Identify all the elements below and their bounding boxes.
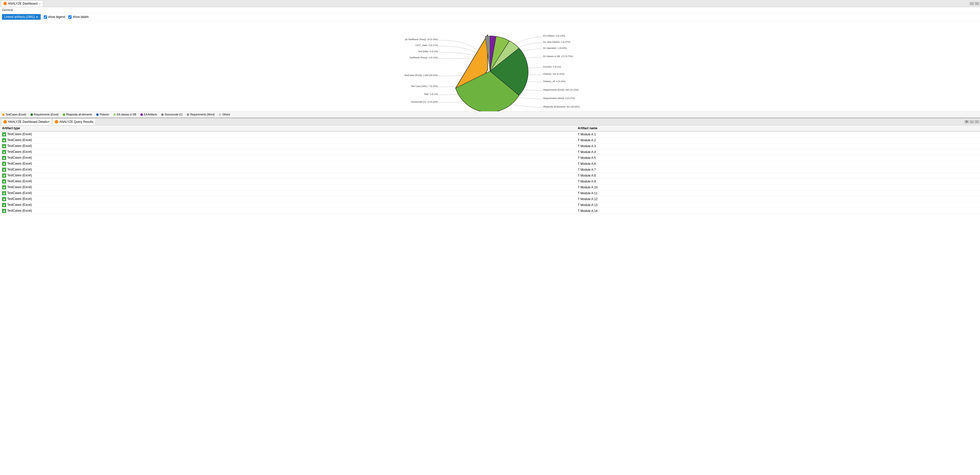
toolbar: Linked artifacts (2991) ▼ show legend sh…	[0, 13, 980, 21]
cell-artifact-type: ■TestCases (Excel)	[0, 185, 576, 190]
show-legend-checkbox[interactable]	[44, 15, 47, 19]
table-header-row: Artifact type Artifact name	[0, 125, 980, 131]
artifact-type-icon: ■	[2, 185, 6, 190]
table-row[interactable]: ■TestCases (Excel)T Module A:7	[0, 167, 980, 173]
pie-chart-svg: zip-TestResult (Tessy): 10 (0.33%) YSCT_…	[390, 21, 590, 111]
tab-label: ANALYZE Dashboard	[8, 2, 38, 5]
bottom-copy-button[interactable]: ⧉	[965, 120, 969, 123]
table-row[interactable]: ■TestCases (Excel)T Module A:3	[0, 143, 980, 149]
bottom-panel: ANALYZE Dashboard Details × ANALYZE Quer…	[0, 118, 980, 475]
show-labels-label: show labels	[73, 15, 89, 19]
bottom-minimize-button[interactable]: —	[970, 120, 974, 123]
legend-label-3: Polarion	[100, 113, 109, 116]
right-label-2: EA Operation: 1 (0.03%)	[543, 46, 567, 49]
artifact-table-container: Artifact type Artifact name ■TestCases (…	[0, 125, 980, 475]
legend-item-0: TestCases (Excel)	[2, 113, 26, 116]
legend-dot-8	[219, 113, 221, 116]
cell-artifact-type: ■TestCases (Excel)	[0, 167, 576, 173]
legend-label-4: EA classes in DB	[117, 113, 136, 116]
cell-artifact-type: ■TestCases (Excel)	[0, 190, 576, 196]
legend-item-8: Others	[219, 113, 230, 116]
cell-artifact-name: T Module A:4	[576, 149, 980, 155]
legend-label-5: EA Artifacts	[144, 113, 157, 116]
show-legend-checkbox-group[interactable]: show legend	[44, 15, 65, 19]
tab-analyze-dashboard-details[interactable]: ANALYZE Dashboard Details ×	[1, 119, 52, 125]
legend-dot-1	[30, 113, 33, 116]
cell-artifact-type: ■TestCases (Excel)	[0, 143, 576, 149]
cell-artifact-type: ■TestCases (Excel)	[0, 149, 576, 155]
legend-dot-6	[161, 113, 164, 116]
cell-artifact-name: T Module A:12	[576, 196, 980, 202]
artifact-type-icon: ■	[2, 197, 6, 201]
general-label: General	[0, 7, 980, 13]
table-row[interactable]: ■TestCases (Excel)T Module A:4	[0, 149, 980, 155]
left-label-0: zip-TestResult (Tessy): 10 (0.33%)	[405, 38, 438, 40]
col-artifact-type: Artifact type	[0, 125, 576, 131]
cell-artifact-name: T Module A:6	[576, 161, 980, 167]
left-label-5: Test Case (UML): 7 (0.23%)	[411, 85, 438, 87]
bottom-window-controls: ⧉ — □	[965, 120, 979, 123]
table-row[interactable]: ■TestCases (Excel)T Module A:13	[0, 202, 980, 208]
bottom-maximize-button[interactable]: □	[975, 120, 979, 123]
legend-dot-4	[113, 113, 116, 116]
bottom-tab-bar: ANALYZE Dashboard Details × ANALYZE Quer…	[0, 118, 980, 125]
cell-artifact-name: T Module A:13	[576, 202, 980, 208]
cell-artifact-type: ■TestCases (Excel)	[0, 137, 576, 143]
legend-bar: TestCases (Excel) Requirements (Excel) R…	[0, 111, 980, 118]
table-row[interactable]: ■TestCases (Excel)T Module A:9	[0, 179, 980, 185]
legend-item-2: Rhapsody all elements	[63, 113, 92, 116]
table-row[interactable]: ■TestCases (Excel)T Module A:5	[0, 155, 980, 161]
show-labels-checkbox-group[interactable]: show labels	[68, 15, 89, 19]
legend-item-4: EA classes in DB	[113, 113, 136, 116]
right-label-5: Polarion: 162 (5.42%)	[543, 73, 565, 75]
bottom-tab-icon-0	[3, 120, 7, 124]
cell-artifact-name: T Module A:5	[576, 155, 980, 161]
right-label-6: Polarion_All: 4 (0.13%)	[543, 80, 565, 83]
artifact-type-icon: ■	[2, 167, 6, 172]
minimize-button[interactable]: —	[970, 2, 974, 5]
legend-dot-2	[63, 113, 65, 116]
left-label-7: Sourcecode (C): 13 (0.43%)	[411, 100, 438, 103]
bottom-tab-label-0: ANALYZE Dashboard Details	[8, 120, 48, 124]
right-label-1: EA Java Classes: 2 (0.07%)	[543, 41, 570, 43]
legend-dot-7	[187, 113, 189, 116]
table-row[interactable]: ■TestCases (Excel)T Module A:1	[0, 131, 980, 137]
cell-artifact-name: T Module A:11	[576, 190, 980, 196]
table-row[interactable]: ■TestCases (Excel)T Module A:10	[0, 185, 980, 190]
legend-item-7: Requirements (Word)	[187, 113, 215, 116]
tab-close-button[interactable]: ×	[39, 2, 41, 5]
bottom-tab-close-0[interactable]: ×	[48, 120, 49, 124]
cell-artifact-name: T Module A:10	[576, 185, 980, 190]
linked-artifacts-dropdown[interactable]: Linked artifacts (2991) ▼	[2, 14, 41, 20]
cell-artifact-type: ■TestCases (Excel)	[0, 202, 576, 208]
artifact-type-icon: ■	[2, 209, 6, 213]
legend-dot-5	[140, 113, 143, 116]
right-label-7: Requirements (Excel): 665 (22.23%)	[543, 88, 579, 91]
tab-analyze-query-results[interactable]: ANALYZE Query Results	[52, 119, 95, 125]
artifact-table: Artifact type Artifact name ■TestCases (…	[0, 125, 980, 214]
cell-artifact-type: ■TestCases (Excel)	[0, 131, 576, 137]
legend-label-2: Rhapsody all elements	[66, 113, 92, 116]
table-row[interactable]: ■TestCases (Excel)T Module A:8	[0, 173, 980, 179]
table-row[interactable]: ■TestCases (Excel)T Module A:6	[0, 161, 980, 167]
artifact-type-icon: ■	[2, 174, 6, 178]
table-row[interactable]: ■TestCases (Excel)T Module A:2	[0, 137, 980, 143]
top-panel: ANALYZE Dashboard × — □ General Linked a…	[0, 0, 980, 118]
analyze-dashboard-tab[interactable]: ANALYZE Dashboard ×	[1, 0, 43, 6]
show-legend-label: show legend	[48, 15, 65, 19]
dropdown-label: Linked artifacts (2991)	[4, 15, 35, 19]
maximize-button[interactable]: □	[975, 2, 979, 5]
legend-label-7: Requirements (Word)	[190, 113, 215, 116]
table-body: ■TestCases (Excel)T Module A:1■TestCases…	[0, 131, 980, 214]
show-labels-checkbox[interactable]	[68, 15, 72, 19]
cell-artifact-type: ■TestCases (Excel)	[0, 173, 576, 179]
legend-item-5: EA Artifacts	[140, 113, 157, 116]
right-label-4: Function: 3 (0.1%)	[543, 65, 561, 68]
left-label-2: Text Editor: 6 (0.2%)	[418, 50, 438, 53]
legend-item-1: Requirements (Excel)	[30, 113, 59, 116]
artifact-type-icon: ■	[2, 138, 6, 142]
table-row[interactable]: ■TestCases (Excel)T Module A:12	[0, 196, 980, 202]
table-row[interactable]: ■TestCases (Excel)T Module A:11	[0, 190, 980, 196]
window-controls: — □	[970, 2, 979, 5]
table-row[interactable]: ■TestCases (Excel)T Module A:14	[0, 208, 980, 214]
